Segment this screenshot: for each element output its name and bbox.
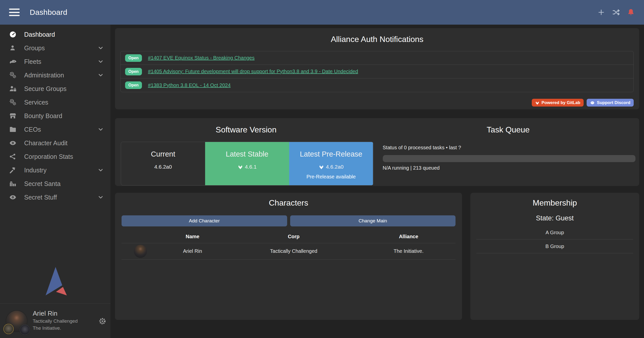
gauge-icon bbox=[9, 31, 18, 38]
table-row: Ariel Rin Tactically Challenged The Init… bbox=[122, 243, 456, 259]
task-queue-status: Status of 0 processed tasks • last ? bbox=[383, 145, 636, 151]
user-info: Ariel Rin Tactically Challenged The Init… bbox=[33, 309, 96, 332]
notification-link[interactable]: #1405 Advisory: Future development will … bbox=[148, 69, 358, 74]
characters-table-header: Name Corp Alliance bbox=[122, 230, 456, 243]
sidebar-item-secret-santa[interactable]: Secret Santa bbox=[0, 177, 110, 190]
alliance-column-header: Alliance bbox=[362, 230, 456, 243]
share-icon bbox=[9, 153, 18, 160]
sidebar-item-label: Corporation Stats bbox=[24, 153, 104, 160]
user-corp-logo bbox=[3, 324, 14, 334]
user-lock-icon bbox=[9, 85, 18, 92]
sidebar-item-dashboard[interactable]: Dashboard bbox=[0, 28, 110, 41]
sidebar-item-label: Fleets bbox=[24, 58, 97, 65]
chevron-down-icon bbox=[97, 45, 104, 51]
page-title: Dashboard bbox=[30, 8, 67, 17]
sidebar-item-corporation-stats[interactable]: Corporation Stats bbox=[0, 150, 110, 163]
sidebar-item-groups[interactable]: Groups bbox=[0, 41, 110, 55]
character-corp: Tactically Challenged bbox=[226, 243, 362, 259]
alliance-auth-logo bbox=[40, 266, 70, 297]
discord-icon bbox=[590, 101, 595, 105]
sidebar-item-bounty-board[interactable]: Bounty Board bbox=[0, 109, 110, 123]
eye-icon bbox=[9, 139, 18, 147]
hammer-icon bbox=[9, 166, 18, 174]
gitlab-icon bbox=[535, 101, 540, 105]
add-character-button[interactable]: Add Character bbox=[122, 215, 287, 226]
characters-table: Name Corp Alliance Ariel Rin Tactically … bbox=[122, 230, 456, 260]
sidebar-item-fleets[interactable]: Fleets bbox=[0, 55, 110, 68]
character-portrait bbox=[134, 245, 147, 258]
shop-icon bbox=[9, 112, 18, 120]
list-item: A Group bbox=[476, 226, 633, 239]
status-badge: Open bbox=[125, 68, 142, 75]
sidebar-item-ceos[interactable]: CEOs bbox=[0, 123, 110, 136]
task-queue-section: Task Queue Status of 0 processed tasks •… bbox=[377, 125, 639, 186]
status-badge: Open bbox=[125, 81, 142, 89]
membership-panel: Membership State: Guest A Group B Group bbox=[470, 193, 639, 320]
notifications-list: Open #1407 EVE Equinox Status - Breaking… bbox=[120, 51, 634, 92]
software-version-title: Software Version bbox=[115, 125, 377, 135]
sidebar-item-label: Secret Santa bbox=[24, 180, 104, 187]
status-badge: Open bbox=[125, 54, 142, 62]
characters-title: Characters bbox=[122, 198, 456, 208]
sidebar-item-label: Bounty Board bbox=[24, 112, 104, 120]
folder-icon bbox=[9, 126, 18, 133]
user-panel: Ariel Rin Tactically Challenged The Init… bbox=[0, 303, 110, 338]
sidebar-item-label: Character Audit bbox=[24, 139, 104, 147]
change-main-button[interactable]: Change Main bbox=[290, 215, 456, 226]
gears-icon bbox=[9, 99, 18, 106]
user-icon bbox=[9, 44, 18, 52]
characters-actions: Add Character Change Main bbox=[122, 215, 456, 226]
sidebar-item-secure-groups[interactable]: Secure Groups bbox=[0, 82, 110, 95]
navbar-actions bbox=[597, 8, 635, 16]
sidebar-item-industry[interactable]: Industry bbox=[0, 163, 110, 177]
sidebar-item-label: Groups bbox=[24, 44, 97, 52]
notifications-panel: Alliance Auth Notifications Open #1407 E… bbox=[115, 28, 639, 109]
portrait-column-header bbox=[122, 230, 159, 243]
version-pre-release-cell: Latest Pre-Release 4.6.2a0 Pre-Release a… bbox=[289, 142, 373, 185]
character-alliance: The Initiative. bbox=[362, 243, 456, 259]
sidebar-item-secret-stuff[interactable]: Secret Stuff bbox=[0, 190, 110, 204]
notification-row: Open #1383 Python 3.8 EOL - 14 Oct 2024 bbox=[121, 78, 633, 92]
sidebar-item-label: Dashboard bbox=[24, 31, 104, 38]
chevron-down-icon bbox=[97, 167, 104, 173]
gifts-icon bbox=[9, 180, 18, 187]
software-taskqueue-panel: Software Version Current 4.6.2a0 Latest … bbox=[115, 118, 639, 186]
sidebar-nav: Dashboard Groups Fleets Ad bbox=[0, 25, 110, 204]
notifications-title: Alliance Auth Notifications bbox=[115, 34, 639, 44]
sidebar-item-label: Secret Stuff bbox=[24, 194, 97, 201]
gitlab-icon bbox=[319, 164, 324, 170]
footer-badges: Powered by GitLab Support Discord bbox=[115, 99, 634, 107]
notifications-bell-icon[interactable] bbox=[627, 8, 635, 16]
support-discord-badge[interactable]: Support Discord bbox=[587, 99, 634, 107]
add-icon[interactable] bbox=[597, 8, 605, 16]
notification-link[interactable]: #1407 EVE Equinox Status - Breaking Chan… bbox=[148, 55, 255, 61]
version-latest-stable-cell: Latest Stable 4.6.1 bbox=[205, 142, 289, 185]
eye-icon bbox=[9, 194, 18, 201]
gitlab-icon bbox=[238, 164, 243, 170]
character-name: Ariel Rin bbox=[159, 243, 226, 259]
sidebar-item-administration[interactable]: Administration bbox=[0, 68, 110, 82]
menu-icon[interactable] bbox=[9, 9, 20, 16]
user-corp: Tactically Challenged bbox=[33, 318, 96, 325]
user-avatar bbox=[6, 311, 27, 332]
task-queue-counts: N/A running | 213 queued bbox=[383, 165, 636, 171]
main-content: Alliance Auth Notifications Open #1407 E… bbox=[110, 25, 644, 338]
shuttle-icon bbox=[9, 58, 18, 65]
notification-link[interactable]: #1383 Python 3.8 EOL - 14 Oct 2024 bbox=[148, 82, 231, 88]
software-version-section: Software Version Current 4.6.2a0 Latest … bbox=[115, 125, 377, 186]
user-name: Ariel Rin bbox=[33, 309, 96, 318]
shuffle-icon[interactable] bbox=[612, 8, 620, 16]
membership-groups-list: A Group B Group bbox=[476, 226, 633, 253]
sidebar-item-character-audit[interactable]: Character Audit bbox=[0, 136, 110, 150]
top-navbar: Dashboard bbox=[0, 0, 644, 25]
characters-panel: Characters Add Character Change Main Nam… bbox=[115, 193, 462, 320]
gears-icon bbox=[9, 71, 18, 79]
chevron-down-icon bbox=[97, 58, 104, 65]
user-alliance-logo bbox=[20, 324, 30, 335]
bottom-row: Characters Add Character Change Main Nam… bbox=[115, 193, 639, 320]
powered-by-gitlab-badge[interactable]: Powered by GitLab bbox=[532, 99, 584, 107]
sidebar-item-services[interactable]: Services bbox=[0, 95, 110, 109]
user-alliance: The Initiative. bbox=[33, 325, 96, 332]
user-settings-gear-icon[interactable] bbox=[98, 317, 106, 325]
sidebar-item-label: Industry bbox=[24, 167, 97, 174]
